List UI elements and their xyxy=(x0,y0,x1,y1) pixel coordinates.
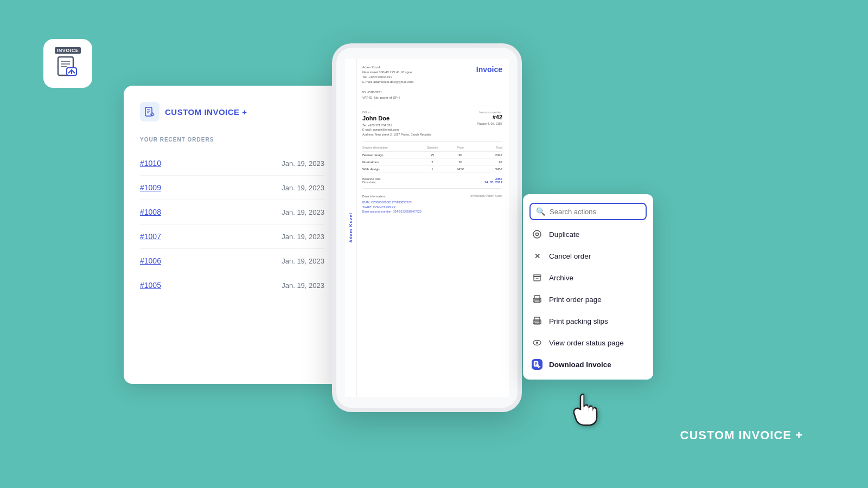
view-status-label: View order status page xyxy=(549,339,624,347)
invoice-id-number: ID: #5868351 xyxy=(362,90,502,95)
svg-rect-20 xyxy=(534,322,540,324)
balance-values: 345€ 14. 05. 2017 xyxy=(484,177,502,184)
sender-name: Adam Kozel xyxy=(362,65,413,70)
print-packing-label: Print packing slips xyxy=(549,317,608,325)
invoice-number-section: Invoice number: #42 Prague 4. 05. 2187 xyxy=(477,111,502,137)
cancel-order-action[interactable]: ✕ Cancel order xyxy=(523,245,653,267)
archive-action[interactable]: Archive xyxy=(523,267,653,288)
list-item[interactable]: #1007 Jan. 19, 2023 xyxy=(140,224,324,249)
order-number[interactable]: #1009 xyxy=(140,183,161,192)
balance-labels: Balance due: Due date: xyxy=(362,177,381,184)
archive-label: Archive xyxy=(549,274,573,282)
duplicate-label: Duplicate xyxy=(549,230,579,239)
order-date: Jan. 19, 2023 xyxy=(282,281,324,290)
invoiced-by: Invoiced by Adam Kozel xyxy=(470,194,502,214)
bill-to-section: Bill to: John Doe Tel: +420 221 234 321 … xyxy=(362,111,431,137)
header-icon xyxy=(140,102,159,121)
invoice-sidebar: Adam Kozel xyxy=(345,59,357,397)
list-item[interactable]: #1008 Jan. 19, 2023 xyxy=(140,200,324,224)
invoice-id: ID: #5868351 VAT-ID: Not payer of DPH xyxy=(362,90,502,100)
order-list: #1010 Jan. 19, 2023 #1009 Jan. 19, 2023 … xyxy=(140,151,324,297)
balance-section: Balance due: Due date: 345€ 14. 05. 2017 xyxy=(362,177,502,184)
panel-header-title: CUSTOM INVOICE + xyxy=(165,107,247,117)
order-date: Jan. 19, 2023 xyxy=(282,184,324,192)
download-invoice-icon xyxy=(532,359,542,370)
table-row: Web design 1 345€ 345€ xyxy=(362,166,502,173)
invoice-vat: VAT-ID: Not payer of DPH xyxy=(362,95,502,101)
svg-point-9 xyxy=(533,230,541,238)
sender-email: E-mail: adamkozel.doe@gmail.com xyxy=(362,80,413,85)
list-item[interactable]: #1005 Jan. 19, 2023 xyxy=(140,273,324,297)
duplicate-icon xyxy=(532,229,542,240)
print-order-action[interactable]: Print order page xyxy=(523,288,653,310)
swift: SWIFT: CZMVCZPPXXX xyxy=(362,205,422,210)
order-number[interactable]: #1007 xyxy=(140,232,161,241)
svg-point-21 xyxy=(539,321,540,322)
svg-rect-14 xyxy=(534,296,540,299)
app-icon-label: INVOICE xyxy=(55,47,81,54)
sender-tel: Tel: +420730644231 xyxy=(362,75,413,80)
download-invoice-label: Download Invoice xyxy=(549,361,611,369)
cancel-icon: ✕ xyxy=(532,251,542,261)
order-number[interactable]: #1008 xyxy=(140,208,161,216)
print-packing-action[interactable]: Print packing slips xyxy=(523,310,653,332)
phone-mockup: Adam Kozel Adam Kozel New street 000/48 … xyxy=(332,43,522,412)
order-date: Jan. 19, 2023 xyxy=(282,159,324,168)
order-number[interactable]: #1005 xyxy=(140,281,161,290)
table-header: Service description Quantity Price Total xyxy=(362,146,502,152)
bill-to-details: Tel: +420 221 234 321 E-mail: sample@ema… xyxy=(362,123,431,137)
bottom-right-label: CUSTOM INVOICE + xyxy=(680,428,803,442)
download-invoice-action[interactable]: Download Invoice xyxy=(523,354,653,375)
due-date-label: Due date: xyxy=(362,181,381,184)
app-icon: INVOICE xyxy=(43,39,92,88)
duplicate-action[interactable]: Duplicate xyxy=(523,223,653,245)
order-date: Jan. 19, 2023 xyxy=(282,208,324,216)
search-input[interactable] xyxy=(550,208,641,216)
cancel-label: Cancel order xyxy=(549,252,591,260)
print-packing-icon xyxy=(532,316,542,326)
archive-icon xyxy=(532,272,542,283)
svg-point-23 xyxy=(536,342,538,344)
list-item[interactable]: #1006 Jan. 19, 2023 xyxy=(140,249,324,273)
section-label: YOUR RECENT ORDERS xyxy=(140,137,324,143)
divider3 xyxy=(362,188,502,189)
print-order-icon xyxy=(532,294,542,305)
app-icon-graphic xyxy=(57,56,79,80)
invoice-document: Adam Kozel Adam Kozel New street 000/48 … xyxy=(345,59,509,397)
list-item[interactable]: #1010 Jan. 19, 2023 xyxy=(140,151,324,176)
inv-date: Prague 4. 05. 2187 xyxy=(477,122,502,125)
invoice-header-row: Adam Kozel New street 000/48 735 41, Pra… xyxy=(362,65,502,85)
svg-point-10 xyxy=(536,233,539,236)
bill-to-name: John Doe xyxy=(362,115,431,121)
search-icon: 🔍 xyxy=(536,207,545,216)
sender-address: New street 000/48 735 41, Prague xyxy=(362,70,413,75)
view-status-icon xyxy=(532,337,542,348)
iban: IBAN: CZ0001000001975133858223 xyxy=(362,200,422,205)
inv-number-value: #42 xyxy=(477,114,502,120)
bank-details: Bank information: IBAN: CZ00010000019751… xyxy=(362,194,422,214)
bill-row: Bill to: John Doe Tel: +420 221 234 321 … xyxy=(362,111,502,137)
order-number[interactable]: #1006 xyxy=(140,256,161,265)
bank-label: Bank information: xyxy=(362,194,422,199)
invoice-title: Invoice xyxy=(476,65,502,74)
order-date: Jan. 19, 2023 xyxy=(282,257,324,265)
order-number[interactable]: #1010 xyxy=(140,159,161,168)
recent-orders-panel: CUSTOM INVOICE + YOUR RECENT ORDERS #101… xyxy=(124,86,341,384)
divider2 xyxy=(362,141,502,142)
print-order-label: Print order page xyxy=(549,296,602,304)
view-status-action[interactable]: View order status page xyxy=(523,332,653,354)
svg-rect-16 xyxy=(534,300,540,303)
account: Bank account number: 334-5133858247/823 xyxy=(362,209,422,214)
list-item[interactable]: #1009 Jan. 19, 2023 xyxy=(140,176,324,200)
due-date: 14. 05. 2017 xyxy=(484,181,502,184)
table-row: Illustrations 2 2€ 9€ xyxy=(362,159,502,166)
invoice-content: Adam Kozel New street 000/48 735 41, Pra… xyxy=(357,59,509,397)
svg-point-17 xyxy=(539,299,540,300)
actions-dropdown: 🔍 Duplicate ✕ Cancel order Archive xyxy=(523,194,653,380)
order-date: Jan. 19, 2023 xyxy=(282,233,324,241)
bill-to-label: Bill to: xyxy=(362,111,431,114)
cursor-hand xyxy=(569,390,601,435)
search-wrapper[interactable]: 🔍 xyxy=(529,203,647,220)
invoice-sender: Adam Kozel New street 000/48 735 41, Pra… xyxy=(362,65,413,85)
search-container[interactable]: 🔍 xyxy=(523,198,653,223)
